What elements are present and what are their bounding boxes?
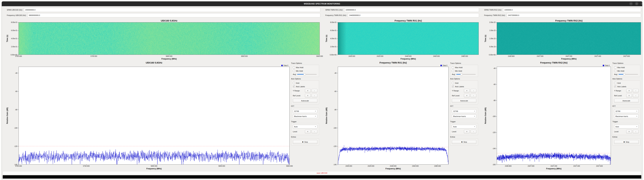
trigger-mode-select[interactable]: Auto▼ [614,125,638,128]
span-twin-rx2-input[interactable] [503,8,641,12]
trigger-level-minus-button[interactable]: - [312,130,317,133]
waterfall-canvas[interactable] [497,22,641,55]
autoscale-button[interactable]: Autoscale [614,99,638,103]
min-hold-checkbox[interactable]: Min Hold [614,70,638,72]
fft-window-select[interactable]: Blackman-harris▼ [293,114,317,118]
axis-options-heading: Axis Options [291,78,319,80]
window-title: WIDEBAND SPECTRUM MONITORING [304,3,340,5]
waterfall-canvas[interactable] [18,22,320,55]
waterfall-x-ticks: 2436.8002437.0002437.2002437.4002437.600 [497,55,641,57]
slider-handle[interactable] [304,73,306,75]
frequency-twin-rx1-input[interactable] [348,13,479,17]
min-hold-checkbox[interactable]: Min Hold [293,70,317,72]
tab-save-ubx160[interactable]: save UBX160 [317,172,327,174]
legend-label: Data 0 [284,65,288,66]
waterfall-canvas[interactable] [338,22,479,55]
span-twin-rx2-label: SPAN TWIN RX2 (Hz): [481,9,502,11]
tick-label: -120 [333,145,336,147]
y-range-minus-button[interactable]: - [312,89,317,93]
max-hold-checkbox[interactable]: Max Hold [293,66,317,68]
trace-options-group: Max Hold Min Hold Avg: [291,65,319,77]
waterfall-x-axis-label: Frequency (MHz) [481,57,641,60]
frequency-ubx160-field: Frequency UBX160 (Hz): [4,13,320,17]
spectrum-trace [497,152,611,164]
trigger-level-plus-button[interactable]: + [464,130,470,133]
ref-level-plus-button[interactable]: + [305,94,311,98]
waterfall-title: Frequency TWIN RX2 (Hz) [481,19,641,22]
tick-label: 2437.000 [528,165,534,167]
ref-level-minus-button[interactable]: - [470,94,476,98]
trigger-level-minus-button[interactable]: - [633,130,638,133]
axis-labels-checkbox[interactable]: ✓Axis Labels [614,85,638,87]
spectrum-y-axis-label: Relative Gain (dB) [6,108,8,124]
y-range-plus-button[interactable]: + [464,89,470,93]
trigger-level-plus-button[interactable]: + [305,130,311,133]
fft-window-select[interactable]: Blackman-harris▼ [452,114,476,118]
span-ubx160-label: SPAN UBX160 (Hz): [4,9,23,11]
fft-size-select[interactable]: 32768▼ [614,109,638,113]
ref-level-minus-button[interactable]: - [633,94,638,98]
trigger-mode-select[interactable]: Auto▼ [293,125,317,128]
avg-slider[interactable] [297,74,316,75]
autoscale-button[interactable]: Autoscale [452,99,476,103]
y-range-minus-button[interactable]: - [633,89,638,93]
min-hold-checkbox[interactable]: Min Hold [452,70,476,72]
spectrum-canvas[interactable] [497,67,611,164]
tick-label: 4.00e-01 [11,38,17,39]
spectrum-y-ticks: -40-60-80-100-120-140 [9,67,18,164]
avg-slider[interactable] [618,74,638,75]
stop-button[interactable]: ■Stop [452,140,476,144]
axis-labels-checkbox[interactable]: ✓Axis Labels [293,85,317,87]
extras-heading: Extras [612,136,640,138]
spectrum-x-axis-label: Frequency (MHz) [322,167,449,170]
axis-labels-checkbox[interactable]: ✓Axis Labels [452,85,476,87]
trigger-level-minus-button[interactable]: - [470,130,476,133]
stop-button[interactable]: ■Stop [293,140,317,144]
waterfall-title: Frequency TWIN RX1 (Hz) [322,19,479,22]
fft-window-select[interactable]: Blackman-harris▼ [614,114,638,118]
checkbox-checked-icon: ✓ [452,85,454,87]
legend-label: Data 0 [605,65,610,66]
span-ubx160-input[interactable] [24,8,320,12]
checkbox-icon [452,82,454,84]
slider-handle[interactable] [623,73,626,75]
span-twin-rx1-input[interactable] [344,8,479,12]
spectrum-twin-rx1: Frequency TWIN RX1 (Hz) Data 0 Relative … [322,61,449,170]
y-range-minus-button[interactable]: - [470,89,476,93]
max-hold-checkbox[interactable]: Max Hold [452,66,476,68]
stop-button[interactable]: ■Stop [614,140,638,144]
trigger-level-plus-button[interactable]: + [626,130,632,133]
tick-label: -140 [492,148,496,149]
spectrum-canvas[interactable] [18,67,290,164]
waterfall-y-axis-label: Time (s) [6,35,8,42]
max-hold-checkbox[interactable]: Max Hold [614,66,638,68]
frequency-ubx160-input[interactable] [28,13,320,17]
ref-level-plus-button[interactable]: + [464,94,470,98]
trigger-group: Auto▼ Level:+- [612,123,640,135]
spectrum-canvas[interactable] [338,67,449,164]
fft-size-select[interactable]: 32768▼ [452,109,476,113]
maximize-icon[interactable]: ▢ [635,2,638,6]
waterfall-y-axis-label: Time (s) [326,35,328,42]
y-range-plus-button[interactable]: + [626,89,632,93]
y-range-plus-button[interactable]: + [305,89,311,93]
ref-level-plus-button[interactable]: + [626,94,632,98]
tick-label: 2.00e-01 [330,46,336,48]
ref-level-minus-button[interactable]: - [312,94,317,98]
slider-handle[interactable] [460,73,463,75]
fft-heading: FFT [291,105,319,107]
frequency-twin-rx2-input[interactable] [507,13,641,17]
close-icon[interactable]: ✕ [641,2,642,6]
spectrum-title: UBX160 5.8GHz [3,61,290,64]
grid-checkbox[interactable]: Grid [293,82,317,84]
checkbox-icon [452,70,454,72]
grid-checkbox[interactable]: Grid [614,82,638,84]
trigger-mode-select[interactable]: Auto▼ [452,125,476,128]
minimize-icon[interactable]: — [629,2,633,6]
spectrum-column-twin-rx2: Frequency TWIN RX2 (Hz) Data 0 Relative … [481,61,641,170]
fft-size-select[interactable]: 32768▼ [293,109,317,113]
grid-checkbox[interactable]: Grid [452,82,476,84]
avg-slider[interactable] [456,74,476,75]
checkbox-icon [293,82,295,84]
autoscale-button[interactable]: Autoscale [293,99,317,103]
